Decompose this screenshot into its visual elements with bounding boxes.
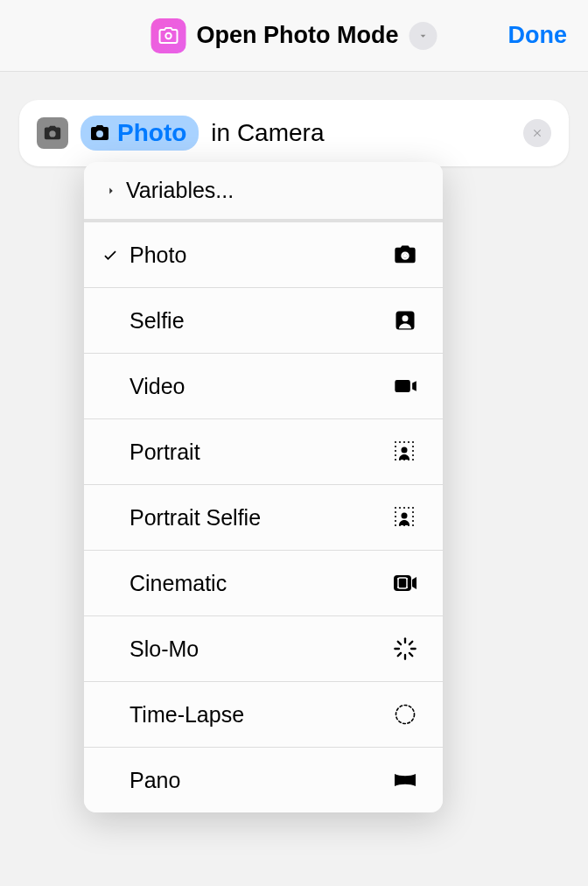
svg-point-30 bbox=[412, 520, 414, 522]
slomo-icon bbox=[392, 636, 418, 662]
svg-point-11 bbox=[412, 450, 414, 452]
dropdown-item-label: Cinematic bbox=[130, 571, 392, 596]
pano-icon bbox=[392, 767, 418, 793]
person-square-icon bbox=[392, 307, 418, 334]
header-center: Open Photo Mode bbox=[151, 18, 438, 53]
dropdown-item-label: Slo-Mo bbox=[130, 636, 392, 662]
expand-button[interactable] bbox=[409, 22, 437, 50]
svg-point-27 bbox=[395, 516, 396, 517]
svg-line-42 bbox=[410, 653, 412, 656]
svg-point-18 bbox=[412, 459, 414, 461]
svg-point-8 bbox=[395, 446, 396, 447]
done-button[interactable]: Done bbox=[508, 22, 568, 49]
svg-line-41 bbox=[398, 642, 401, 644]
dropdown-item-portrait[interactable]: Portrait bbox=[84, 419, 443, 485]
video-icon bbox=[392, 373, 418, 399]
svg-point-0 bbox=[403, 254, 408, 258]
header: Open Photo Mode Done bbox=[0, 0, 588, 72]
cinematic-icon bbox=[392, 570, 418, 596]
svg-point-47 bbox=[396, 706, 415, 724]
timelapse-icon bbox=[392, 701, 418, 728]
svg-point-6 bbox=[408, 441, 410, 443]
svg-point-31 bbox=[395, 524, 396, 526]
clear-button[interactable] bbox=[523, 119, 551, 147]
dropdown-item-photo[interactable]: Photo bbox=[84, 222, 443, 288]
action-app-icon bbox=[37, 117, 68, 149]
svg-point-35 bbox=[412, 524, 414, 526]
dropdown-item-label: Portrait Selfie bbox=[130, 505, 392, 531]
dropdown-item-selfie[interactable]: Selfie bbox=[84, 288, 443, 354]
close-icon bbox=[531, 127, 543, 139]
app-camera-icon bbox=[151, 18, 186, 53]
svg-point-3 bbox=[395, 441, 396, 443]
svg-line-46 bbox=[410, 642, 412, 644]
dropdown-item-pano[interactable]: Pano bbox=[84, 748, 443, 812]
check-indicator bbox=[102, 246, 130, 264]
action-card[interactable]: Photo in Camera bbox=[19, 100, 569, 166]
svg-point-5 bbox=[403, 441, 405, 443]
camera-icon bbox=[89, 123, 110, 144]
action-suffix-text: in Camera bbox=[211, 119, 324, 147]
svg-point-9 bbox=[412, 446, 414, 447]
mode-parameter-token[interactable]: Photo bbox=[80, 116, 199, 151]
svg-point-14 bbox=[395, 459, 396, 461]
dropdown-item-label: Pano bbox=[130, 768, 392, 793]
svg-point-25 bbox=[395, 511, 396, 513]
camera-icon bbox=[392, 242, 418, 268]
svg-point-13 bbox=[412, 454, 414, 456]
portrait-icon bbox=[392, 504, 418, 531]
svg-point-23 bbox=[408, 507, 410, 509]
mode-parameter-label: Photo bbox=[117, 119, 186, 147]
dropdown-item-video[interactable]: Video bbox=[84, 354, 443, 419]
chevron-right-icon bbox=[105, 185, 117, 197]
svg-point-19 bbox=[402, 447, 408, 454]
dropdown-item-label: Portrait bbox=[130, 439, 392, 465]
chevron-down-icon bbox=[416, 30, 429, 42]
dropdown-item-time-lapse[interactable]: Time-Lapse bbox=[84, 682, 443, 748]
dropdown-item-portrait-selfie[interactable]: Portrait Selfie bbox=[84, 485, 443, 551]
svg-point-4 bbox=[399, 441, 401, 443]
variables-label: Variables... bbox=[126, 178, 234, 203]
svg-point-21 bbox=[399, 507, 401, 509]
svg-point-24 bbox=[412, 507, 414, 509]
svg-point-7 bbox=[412, 441, 414, 443]
dropdown-item-label: Photo bbox=[130, 243, 392, 268]
svg-point-20 bbox=[395, 507, 396, 509]
svg-line-45 bbox=[398, 653, 401, 656]
dropdown-item-label: Selfie bbox=[130, 308, 392, 334]
svg-point-2 bbox=[402, 315, 409, 321]
portrait-icon bbox=[392, 439, 418, 465]
svg-point-12 bbox=[395, 454, 396, 456]
svg-point-22 bbox=[403, 507, 405, 509]
mode-dropdown: Variables... PhotoSelfieVideoPortraitPor… bbox=[84, 162, 443, 812]
page-title: Open Photo Mode bbox=[197, 22, 399, 49]
dropdown-item-cinematic[interactable]: Cinematic bbox=[84, 551, 443, 616]
svg-point-28 bbox=[412, 516, 414, 517]
svg-point-36 bbox=[402, 513, 408, 519]
svg-point-26 bbox=[412, 511, 414, 513]
dropdown-item-label: Video bbox=[130, 374, 392, 399]
svg-point-29 bbox=[395, 520, 396, 522]
variables-option[interactable]: Variables... bbox=[84, 162, 443, 222]
dropdown-item-slo-mo[interactable]: Slo-Mo bbox=[84, 616, 443, 682]
svg-point-10 bbox=[395, 450, 396, 452]
dropdown-item-label: Time-Lapse bbox=[130, 702, 392, 728]
